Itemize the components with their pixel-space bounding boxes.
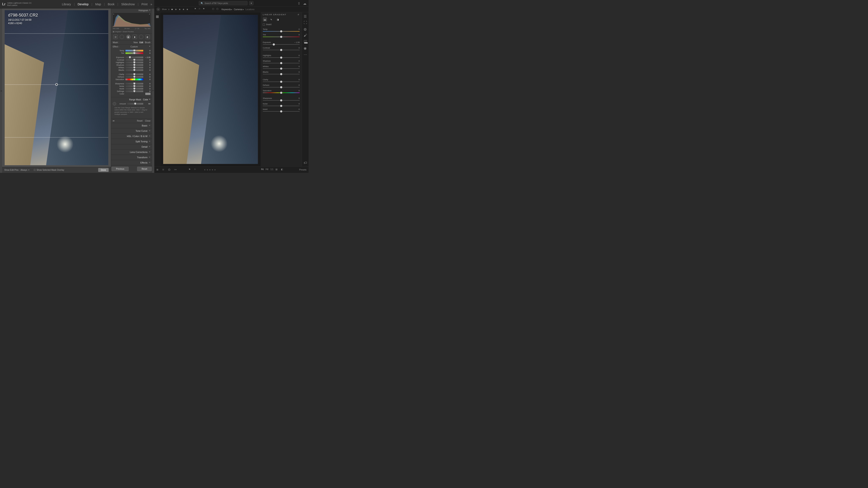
moire-slider[interactable]: [263, 111, 300, 111]
triangle-icon[interactable]: ▼: [149, 9, 151, 12]
amount-slider[interactable]: [127, 103, 143, 105]
panel-switch-icon[interactable]: ▬: [113, 120, 115, 122]
filmstrip-icon[interactable]: ▤: [276, 168, 279, 171]
clarity-value[interactable]: 0: [145, 73, 151, 75]
clarity-slider[interactable]: [263, 82, 300, 82]
highlights-slider[interactable]: [263, 57, 300, 58]
star-4[interactable]: ★: [182, 8, 185, 11]
contrast-slider[interactable]: [263, 50, 300, 50]
previous-button[interactable]: Previous: [112, 167, 129, 171]
tint-value[interactable]: 0: [145, 52, 151, 54]
exposure-value[interactable]: – 1.59: [294, 41, 300, 43]
highlights-value[interactable]: 0: [145, 61, 151, 64]
blacks-slider[interactable]: [125, 69, 143, 71]
mask-edit[interactable]: Edit: [140, 41, 143, 44]
shadows-slider[interactable]: [263, 63, 300, 63]
clarity-slider[interactable]: [125, 73, 143, 75]
flag-reject-icon[interactable]: ⚑: [203, 8, 206, 11]
sharpness-value[interactable]: 0: [299, 97, 300, 99]
range-mask-value[interactable]: Color: [143, 98, 148, 101]
sharpness-slider[interactable]: [125, 83, 143, 85]
blacks-value[interactable]: 0: [145, 69, 151, 71]
moire-slider[interactable]: [125, 88, 143, 90]
color-picker-swatch[interactable]: [113, 102, 116, 105]
reset-icon[interactable]: ↺: [298, 13, 300, 16]
effect-value[interactable]: Custom: [130, 45, 138, 48]
temp-value[interactable]: 0: [145, 50, 151, 52]
section-transform[interactable]: Transform◀: [111, 155, 152, 160]
dehaze-value[interactable]: 0: [299, 84, 300, 86]
saturation-value[interactable]: 0: [145, 78, 151, 80]
shadows-value[interactable]: 0: [145, 64, 151, 66]
redeye-tool[interactable]: ◉: [126, 35, 130, 39]
module-library[interactable]: Library: [62, 3, 71, 6]
tint-value[interactable]: 0: [299, 34, 300, 36]
section-detail[interactable]: Detail◀: [111, 144, 152, 150]
mask-brush[interactable]: Brush: [145, 41, 151, 44]
saturation-slider[interactable]: [125, 78, 143, 80]
module-slideshow[interactable]: Slideshow: [121, 3, 135, 6]
linear-gradient-tab[interactable]: ▬: [263, 18, 267, 22]
clarity-value[interactable]: 0: [299, 78, 300, 81]
highlights-slider[interactable]: [125, 62, 143, 63]
exposure-slider[interactable]: [125, 57, 143, 58]
type-photo-icon[interactable]: ▢: [212, 8, 216, 11]
graduated-tool[interactable]: ▮: [133, 35, 137, 39]
blacks-slider[interactable]: [263, 74, 300, 74]
flag-footer-icon[interactable]: ⚑: [189, 168, 192, 171]
range-mask-dropdown-icon[interactable]: ▼: [149, 98, 151, 101]
star-5[interactable]: ★: [186, 8, 188, 11]
clip-white-icon[interactable]: ▲: [149, 13, 150, 14]
highlights-value[interactable]: 0: [299, 55, 300, 57]
spot-tool[interactable]: [120, 35, 124, 39]
temp-slider[interactable]: [263, 31, 300, 32]
noise-slider[interactable]: [263, 106, 300, 106]
tint-slider[interactable]: [263, 37, 300, 37]
section-hsl[interactable]: HSL / Color / B & W◀: [111, 134, 152, 139]
more-icon[interactable]: ⋯: [304, 53, 307, 56]
reject-footer-icon[interactable]: ⚐: [194, 168, 197, 171]
image-area[interactable]: d798-5037.CR2 16/11/2017 07:34:59 4160 x…: [2, 8, 111, 167]
noise-slider[interactable]: [125, 85, 143, 87]
defringe-slider[interactable]: [125, 91, 143, 92]
crop-icon[interactable]: ⛶: [304, 21, 307, 24]
contrast-slider[interactable]: [125, 59, 143, 61]
gradient-pin[interactable]: [55, 83, 58, 86]
tint-slider[interactable]: [125, 52, 143, 54]
module-develop[interactable]: Develop: [78, 3, 88, 6]
star-2[interactable]: ★: [175, 8, 177, 11]
section-split-toning[interactable]: Split Toning◀: [111, 139, 152, 144]
exposure-slider[interactable]: [263, 44, 300, 45]
noise-value[interactable]: 0: [145, 85, 151, 87]
amount-value[interactable]: 50: [145, 103, 151, 105]
temp-value[interactable]: 0: [299, 28, 300, 30]
show-overlay-checkbox[interactable]: ☐: [34, 169, 36, 171]
whites-slider[interactable]: [125, 67, 143, 68]
preview-mode-icon[interactable]: ▦: [113, 31, 115, 33]
zoom-fill[interactable]: Fill: [266, 168, 268, 171]
show-op[interactable]: ≥: [168, 8, 169, 10]
grid-view-icon[interactable]: ▦: [156, 168, 160, 171]
flag-pick-icon[interactable]: ⚑: [194, 8, 198, 11]
add-photo-button[interactable]: +: [156, 7, 160, 11]
radial-tool[interactable]: [139, 35, 143, 39]
module-map[interactable]: Map: [95, 3, 101, 6]
noise-value[interactable]: 0: [299, 103, 300, 105]
tag-icon[interactable]: 🏷: [304, 161, 307, 164]
brush-tab[interactable]: ✎: [269, 18, 273, 22]
clip-black-icon[interactable]: ▲: [113, 13, 115, 14]
section-tone-curve[interactable]: Tone Curve◀: [111, 128, 152, 134]
reset-all-button[interactable]: Reset: [137, 167, 152, 171]
module-book[interactable]: Book: [107, 3, 115, 6]
effect-disclosure-icon[interactable]: ▼: [149, 45, 151, 48]
sharpness-slider[interactable]: [263, 100, 300, 101]
linear-gradient-icon[interactable]: ▬: [304, 40, 307, 43]
contrast-value[interactable]: 0: [145, 59, 151, 61]
module-more-icon[interactable]: »: [151, 3, 152, 6]
show-edit-pins-value[interactable]: Always: [21, 169, 27, 171]
done-button[interactable]: Done: [98, 168, 109, 172]
shadows-value[interactable]: 0: [299, 60, 300, 62]
whites-slider[interactable]: [263, 68, 300, 69]
heal-icon[interactable]: ◍: [304, 27, 307, 31]
cloud-icon[interactable]: ☁: [303, 1, 306, 5]
